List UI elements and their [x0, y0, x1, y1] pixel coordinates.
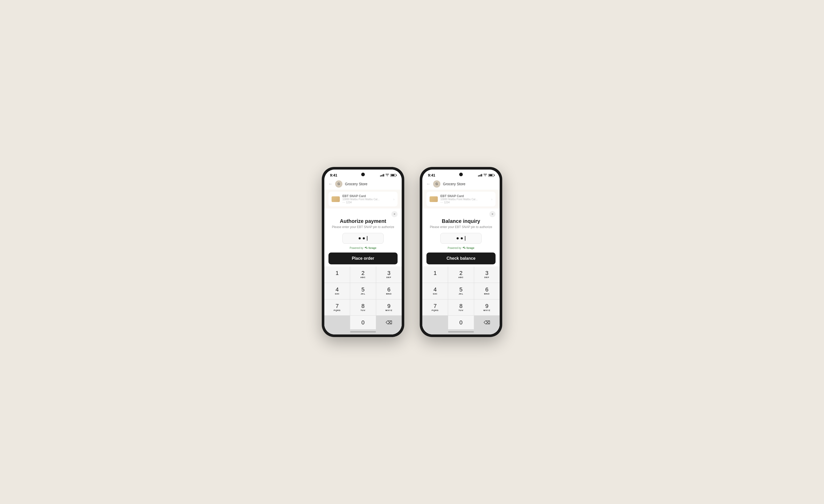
nav-bar-2: ← G Grocery Store — [422, 179, 500, 190]
key-8-1[interactable]: 8 TUV — [350, 299, 376, 316]
ebt-card-2: EBT SNAP Card 10880 Malibu Point Malibu … — [426, 192, 496, 207]
place-order-button[interactable]: Place order — [328, 253, 398, 264]
forage-text-1: forage — [369, 247, 377, 249]
wifi-icon-2 — [484, 174, 487, 177]
card-info-2: EBT SNAP Card 10880 Malibu Point Malibu … — [440, 194, 489, 204]
forage-logo-1: forage — [365, 246, 377, 249]
phones-container: 9:41 — [322, 167, 502, 337]
close-button-1[interactable]: × — [391, 211, 398, 217]
card-address-1: 10880 Malibu Point Malibu Cal... — [342, 198, 391, 201]
card-title-2: EBT SNAP Card — [440, 194, 489, 198]
key-1-2[interactable]: 1 — [422, 266, 448, 283]
key-0-1[interactable]: 0 — [350, 316, 376, 329]
status-icons-1 — [380, 174, 396, 177]
key-delete-1[interactable]: ⌫ — [376, 316, 402, 329]
pin-dot-3 — [456, 237, 459, 239]
modal-2: × Balance inquiry Please enter your EBT … — [422, 209, 500, 335]
modal-title-2: Balance inquiry — [422, 217, 500, 225]
card-section-1: EBT SNAP Card 10880 Malibu Point Malibu … — [324, 190, 402, 209]
merchant-name-2: Grocery Store — [443, 182, 466, 186]
signal-icon-2 — [478, 174, 482, 176]
card-icon-1 — [331, 196, 340, 202]
merchant-name-1: Grocery Store — [345, 182, 368, 186]
pin-dot-2 — [363, 237, 365, 239]
key-6-2[interactable]: 6 MNO — [474, 283, 500, 299]
powered-by-label-1: Powered by — [349, 247, 363, 249]
forage-icon-1 — [365, 246, 368, 249]
modal-1: × Authorize payment Please enter your EB… — [324, 209, 402, 335]
key-0-2[interactable]: 0 — [448, 316, 474, 329]
pin-field-1[interactable] — [342, 233, 384, 244]
pin-dot-4 — [461, 237, 463, 239]
key-1-1[interactable]: 1 — [324, 266, 350, 283]
pin-dot-1 — [358, 237, 361, 239]
forage-text-2: forage — [467, 247, 475, 249]
check-balance-button[interactable]: Check balance — [426, 253, 496, 264]
svg-rect-1 — [367, 248, 368, 249]
key-9-2[interactable]: 9 WXYZ — [474, 299, 500, 316]
key-9-1[interactable]: 9 WXYZ — [376, 299, 402, 316]
card-info-1: EBT SNAP Card 10880 Malibu Point Malibu … — [342, 194, 391, 204]
merchant-avatar-1: G — [335, 180, 342, 187]
key-2-1[interactable]: 2 ABC — [350, 266, 376, 283]
svg-rect-4 — [465, 248, 466, 249]
keypad-2: 1 2 ABC 3 DEF 4 GHI — [422, 266, 500, 329]
merchant-avatar-2: G — [433, 180, 440, 187]
home-bar-1 — [350, 331, 376, 333]
key-3-1[interactable]: 3 DEF — [376, 266, 402, 283]
home-indicator-1 — [324, 329, 402, 335]
camera-notch — [361, 173, 365, 176]
wifi-icon-1 — [386, 174, 389, 177]
phone-2: 9:41 — [420, 167, 502, 337]
signal-icon-1 — [380, 174, 385, 176]
phone-1: 9:41 — [322, 167, 404, 337]
modal-subtitle-1: Please enter your EBT SNAP pin to author… — [324, 225, 402, 231]
powered-by-2: Powered by forage — [422, 245, 500, 251]
modal-title-1: Authorize payment — [324, 217, 402, 225]
key-delete-2[interactable]: ⌫ — [474, 316, 500, 329]
key-3-2[interactable]: 3 DEF — [474, 266, 500, 283]
powered-by-1: Powered by forage — [324, 245, 402, 251]
card-address-2: 10880 Malibu Point Malibu Cal... — [440, 198, 489, 201]
card-icon-2 — [429, 196, 438, 202]
key-6-1[interactable]: 6 MNO — [376, 283, 402, 299]
forage-logo-2: forage — [462, 246, 475, 249]
key-4-1[interactable]: 4 GHI — [324, 283, 350, 299]
key-8-2[interactable]: 8 TUV — [448, 299, 474, 316]
back-arrow-1[interactable]: ← — [328, 182, 333, 186]
chevron-icon-1: › — [393, 197, 395, 201]
svg-rect-2 — [366, 247, 367, 248]
card-number-1: ···· 1234 — [342, 201, 391, 204]
camera-notch-2 — [459, 173, 463, 176]
card-title-1: EBT SNAP Card — [342, 194, 391, 198]
pin-field-container-2 — [422, 231, 500, 245]
status-time-2: 9:41 — [428, 173, 435, 177]
pin-field-2[interactable] — [440, 233, 482, 244]
pin-cursor-1 — [367, 236, 368, 241]
key-2-2[interactable]: 2 ABC — [448, 266, 474, 283]
phone-1-screen: 9:41 — [324, 169, 402, 335]
key-empty-2 — [422, 316, 448, 329]
key-7-1[interactable]: 7 PQRS — [324, 299, 350, 316]
home-indicator-2 — [422, 329, 500, 335]
key-4-2[interactable]: 4 GHI — [422, 283, 448, 299]
svg-rect-5 — [463, 247, 465, 248]
pin-cursor-2 — [465, 236, 466, 241]
keypad-1: 1 2 ABC 3 DEF 4 GHI — [324, 266, 402, 329]
battery-icon-1 — [390, 174, 396, 177]
modal-header-2: × — [422, 209, 500, 217]
back-arrow-2[interactable]: ← — [426, 182, 431, 186]
modal-subtitle-2: Please enter your EBT SNAP pin to author… — [422, 225, 500, 231]
powered-by-label-2: Powered by — [447, 247, 461, 249]
close-button-2[interactable]: × — [489, 211, 496, 217]
key-empty-1 — [324, 316, 350, 329]
pin-field-container-1 — [324, 231, 402, 245]
key-5-1[interactable]: 5 JKL — [350, 283, 376, 299]
phone-2-screen: 9:41 — [422, 169, 500, 335]
modal-header-1: × — [324, 209, 402, 217]
key-7-2[interactable]: 7 PQRS — [422, 299, 448, 316]
ebt-card-1: EBT SNAP Card 10880 Malibu Point Malibu … — [328, 192, 398, 207]
status-time-1: 9:41 — [330, 173, 337, 177]
chevron-icon-2: › — [491, 197, 493, 201]
key-5-2[interactable]: 5 JKL — [448, 283, 474, 299]
